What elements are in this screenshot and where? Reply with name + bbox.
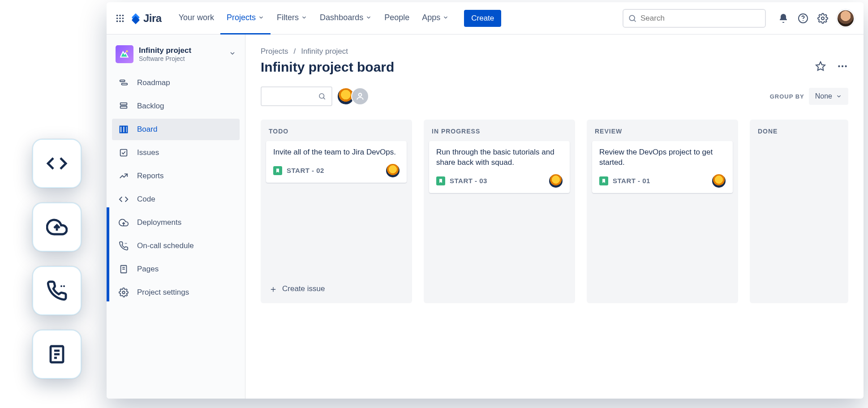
sidebar-item-oncall[interactable]: On-call schedule <box>112 235 240 257</box>
svg-rect-22 <box>121 83 127 85</box>
tile-deploy[interactable] <box>32 202 82 252</box>
tile-code[interactable] <box>32 139 82 188</box>
page-icon <box>46 344 68 365</box>
nav-people[interactable]: People <box>378 2 416 34</box>
breadcrumb-leaf[interactable]: Infinity project <box>301 47 348 56</box>
svg-point-30 <box>125 243 126 244</box>
nav-dashboards[interactable]: Dashboards <box>314 2 378 34</box>
jira-logo[interactable]: Jira <box>130 12 162 25</box>
top-nav: Jira Your work Projects Filters Dashboar… <box>107 2 864 34</box>
tile-pages[interactable] <box>32 330 82 379</box>
global-search[interactable] <box>623 9 766 28</box>
card-title: Invite all of the team to Jira DevOps. <box>273 147 400 158</box>
project-expand-icon[interactable] <box>229 50 236 59</box>
project-type: Software Project <box>139 55 191 62</box>
notifications-icon[interactable] <box>778 13 789 24</box>
nav-links: Your work Projects Filters Dashboards Pe… <box>172 2 455 34</box>
search-input[interactable] <box>640 14 761 23</box>
help-icon[interactable] <box>797 13 809 24</box>
sidebar-item-settings[interactable]: Project settings <box>112 282 240 303</box>
app-window: Jira Your work Projects Filters Dashboar… <box>107 2 864 399</box>
nav-projects[interactable]: Projects <box>220 2 271 34</box>
breadcrumb-sep: / <box>293 47 296 56</box>
sidebar-label: Project settings <box>137 288 189 297</box>
card-assignee-avatar[interactable] <box>386 164 400 177</box>
sidebar-item-roadmap[interactable]: Roadmap <box>112 72 240 94</box>
chevron-down-icon <box>365 14 372 21</box>
sidebar-label: Code <box>137 195 155 204</box>
story-icon <box>273 166 282 175</box>
sidebar-item-pages[interactable]: Pages <box>112 258 240 280</box>
svg-point-14 <box>122 20 124 22</box>
roadmap-icon <box>118 77 129 88</box>
active-stripe <box>107 207 109 301</box>
more-icon[interactable] <box>837 60 848 74</box>
card-assignee-avatar[interactable] <box>549 174 563 188</box>
svg-marker-36 <box>816 62 825 70</box>
main-content: Projects / Infinity project Infinity pro… <box>245 34 864 399</box>
search-icon <box>628 14 637 23</box>
group-by-label: GROUP BY <box>770 93 804 100</box>
board-icon <box>118 124 129 135</box>
sidebar-item-backlog[interactable]: Backlog <box>112 95 240 117</box>
settings-icon[interactable] <box>817 13 829 24</box>
svg-point-11 <box>122 17 124 19</box>
star-icon[interactable] <box>815 61 826 73</box>
project-header[interactable]: Infinity project Software Project <box>112 45 240 72</box>
sidebar-label: Reports <box>137 172 164 180</box>
svg-point-0 <box>60 285 62 287</box>
svg-point-42 <box>359 93 362 96</box>
svg-rect-27 <box>126 126 128 133</box>
card-assignee-avatar[interactable] <box>712 174 726 188</box>
svg-point-15 <box>629 15 635 21</box>
sidebar-item-reports[interactable]: Reports <box>112 165 240 187</box>
sidebar-label: Board <box>137 125 157 134</box>
create-button[interactable]: Create <box>464 10 501 27</box>
nav-your-work[interactable]: Your work <box>172 2 220 34</box>
svg-point-1 <box>63 285 65 287</box>
nav-filters[interactable]: Filters <box>271 2 314 34</box>
assignee-filter <box>340 87 369 105</box>
nav-apps[interactable]: Apps <box>416 2 455 34</box>
column-header: DONE <box>755 128 843 141</box>
sidebar-label: Issues <box>137 148 159 157</box>
sidebar-label: On-call schedule <box>137 241 194 250</box>
create-issue-button[interactable]: ＋ Create issue <box>266 281 407 297</box>
plus-icon: ＋ <box>269 284 278 293</box>
svg-point-40 <box>319 94 324 99</box>
svg-rect-21 <box>120 80 125 82</box>
group-by-select[interactable]: None <box>809 88 848 105</box>
column-done: DONE <box>750 120 848 303</box>
column-in-progress: IN PROGRESS Run through the basic tutori… <box>424 120 575 303</box>
issue-card[interactable]: Review the DevOps project to get started… <box>592 141 733 193</box>
page-title: Infinity project board <box>261 60 394 75</box>
sidebar-item-issues[interactable]: Issues <box>112 142 240 163</box>
issue-card[interactable]: Invite all of the team to Jira DevOps. S… <box>266 141 407 183</box>
svg-point-6 <box>116 14 118 16</box>
svg-rect-26 <box>123 126 125 133</box>
story-icon <box>436 176 445 185</box>
svg-rect-23 <box>120 103 127 105</box>
topnav-icons <box>778 9 855 27</box>
user-avatar[interactable] <box>837 9 855 27</box>
floating-tool-tiles <box>32 139 82 379</box>
breadcrumb-root[interactable]: Projects <box>261 47 288 56</box>
svg-point-7 <box>119 14 121 16</box>
sidebar-item-board[interactable]: Board <box>112 119 240 140</box>
svg-point-39 <box>845 65 847 67</box>
issue-card[interactable]: Run through the basic tutorials and shar… <box>429 141 570 193</box>
svg-point-12 <box>116 20 118 22</box>
project-sidebar: Infinity project Software Project Roadma… <box>107 34 245 399</box>
sidebar-item-deployments[interactable]: Deployments <box>112 212 240 233</box>
code-icon <box>118 194 129 205</box>
svg-point-35 <box>122 291 125 294</box>
tile-oncall[interactable] <box>32 266 82 315</box>
board-search[interactable] <box>261 86 332 106</box>
column-header: REVIEW <box>592 128 733 141</box>
add-people-icon[interactable] <box>351 87 369 105</box>
sidebar-item-code[interactable]: Code <box>112 189 240 210</box>
column-todo: TODO Invite all of the team to Jira DevO… <box>261 120 412 303</box>
search-icon <box>318 92 326 100</box>
svg-point-38 <box>842 65 843 67</box>
app-switcher-icon[interactable] <box>114 12 126 25</box>
